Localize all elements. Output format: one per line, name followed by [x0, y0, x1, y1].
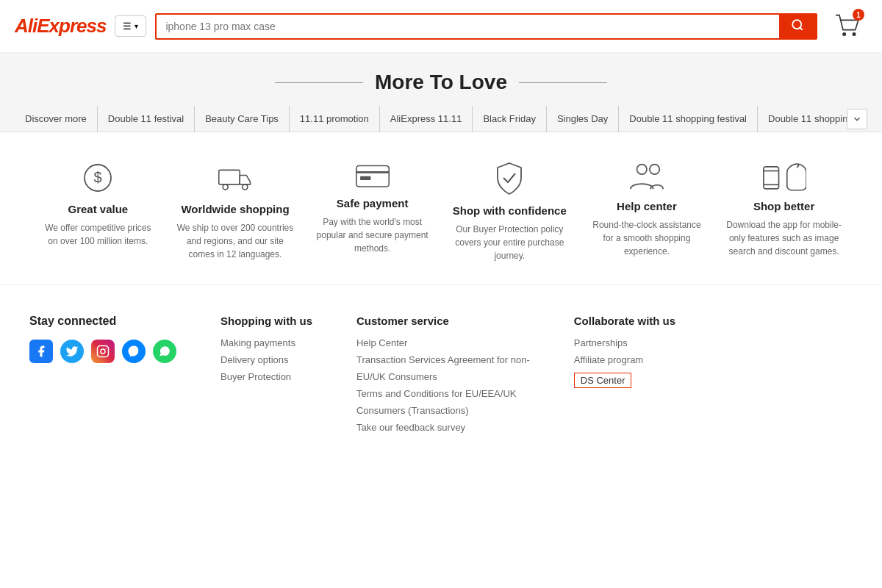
messenger-icon[interactable] [122, 340, 146, 363]
more-to-love-section: More To Love [0, 53, 882, 106]
footer-link-euuk[interactable]: EU/UK Consumers [356, 371, 530, 382]
shield-icon [451, 162, 568, 196]
social-icons-container [29, 340, 176, 363]
stay-connected-title: Stay connected [29, 315, 176, 328]
features-section: $ Great value We offer competitive price… [0, 132, 882, 284]
nav-item-double11[interactable]: Double 11 festival [98, 106, 195, 132]
truck-icon [176, 162, 294, 194]
footer-link-terms[interactable]: Terms and Conditions for EU/EEA/UK [356, 388, 530, 399]
nav-item-discover[interactable]: Discover more [15, 106, 98, 132]
chevron-down-icon [852, 114, 862, 124]
nav-item-double11festival[interactable]: Double 11 shopping festival [619, 106, 758, 132]
cart-button[interactable]: 1 [826, 9, 867, 43]
footer-link-consumers[interactable]: Consumers (Transactions) [356, 405, 530, 416]
svg-rect-11 [360, 176, 370, 180]
search-bar [155, 13, 817, 40]
footer-link-partnerships[interactable]: Partnerships [574, 337, 675, 348]
footer-customer: Customer service Help Center Transaction… [356, 315, 530, 439]
phone-app-icon [725, 162, 843, 191]
nav-chevron-button[interactable] [847, 109, 867, 129]
nav-item-blackfriday[interactable]: Black Friday [473, 106, 547, 132]
feature-safe-payment-desc: Pay with the world's most popular and se… [314, 215, 431, 255]
feature-help-center-title: Help center [588, 200, 706, 212]
feature-shop-confidence: Shop with confidence Our Buyer Protectio… [451, 162, 568, 262]
footer-link-buyer[interactable]: Buyer Protection [220, 371, 312, 382]
feature-shop-better-desc: Download the app for mobile-only feature… [725, 218, 843, 258]
logo[interactable]: AliExpress [15, 15, 106, 37]
feature-safe-payment: Safe payment Pay with the world's most p… [314, 162, 431, 262]
footer-stay-connected: Stay connected [29, 315, 176, 439]
dollar-icon: $ [39, 162, 157, 194]
feature-great-value-desc: We offer competitive prices on over 100 … [39, 221, 157, 248]
feature-safe-payment-title: Safe payment [314, 197, 431, 209]
nav-item-1111promo[interactable]: 11.11 promotion [290, 106, 380, 132]
nav-items-container: Discover more Double 11 festival Beauty … [15, 106, 847, 132]
header: AliExpress ☰ ▾ 1 [0, 0, 882, 53]
feature-shop-confidence-title: Shop with confidence [451, 204, 568, 217]
footer-link-delivery[interactable]: Delivery options [220, 354, 312, 365]
svg-text:$: $ [94, 169, 102, 185]
more-to-love-title: More To Love [375, 71, 507, 94]
feature-help-center: Help center Round-the-clock assistance f… [588, 162, 706, 262]
footer-link-ds-center[interactable]: DS Center [574, 373, 632, 388]
footer-shopping: Shopping with us Making payments Deliver… [220, 315, 312, 439]
twitter-icon[interactable] [60, 340, 84, 363]
menu-dropdown-icon: ▾ [135, 22, 138, 30]
search-input[interactable] [157, 15, 779, 38]
feature-worldwide: Worldwide shopping We ship to over 200 c… [176, 162, 294, 262]
menu-button[interactable]: ☰ ▾ [115, 15, 146, 37]
feature-worldwide-title: Worldwide shopping [176, 203, 294, 215]
collaborate-title: Collaborate with us [574, 315, 675, 327]
svg-line-1 [800, 27, 802, 29]
footer-link-transaction[interactable]: Transaction Services Agreement for non- [356, 354, 530, 365]
shopping-title: Shopping with us [220, 315, 312, 327]
footer-link-payments[interactable]: Making payments [220, 337, 312, 348]
feature-help-center-desc: Round-the-clock assistance for a smooth … [588, 218, 706, 258]
menu-icon: ☰ [123, 21, 132, 32]
facebook-icon[interactable] [29, 340, 53, 363]
footer-link-help[interactable]: Help Center [356, 337, 530, 348]
svg-point-18 [101, 349, 105, 354]
feature-great-value: $ Great value We offer competitive price… [39, 162, 157, 262]
footer-link-affiliate[interactable]: Affiliate program [574, 354, 675, 365]
svg-rect-9 [356, 166, 388, 187]
feature-shop-better-title: Shop better [725, 200, 843, 212]
svg-rect-14 [763, 167, 778, 189]
feature-great-value-title: Great value [39, 203, 157, 215]
instagram-icon[interactable] [91, 340, 115, 363]
feature-shop-better: Shop better Download the app for mobile-… [725, 162, 843, 262]
card-icon [314, 162, 431, 188]
svg-point-8 [243, 184, 248, 190]
svg-point-0 [792, 20, 801, 29]
svg-rect-17 [98, 346, 109, 357]
footer-inner: Stay connected Shopping [29, 315, 853, 439]
cart-badge: 1 [853, 9, 864, 21]
footer-link-feedback[interactable]: Take our feedback survey [356, 422, 530, 433]
svg-point-2 [842, 32, 846, 36]
nav-item-double11deal[interactable]: Double 11 shopping deal [758, 106, 847, 132]
footer: Stay connected Shopping [0, 284, 882, 453]
nav-item-beauty[interactable]: Beauty Care Tips [195, 106, 290, 132]
footer-collaborate: Collaborate with us Partnerships Affilia… [574, 315, 675, 439]
svg-rect-6 [219, 170, 240, 184]
search-button[interactable] [779, 15, 816, 38]
svg-point-7 [223, 184, 228, 190]
nav-item-singlesday[interactable]: Singles Day [547, 106, 619, 132]
search-icon [791, 18, 804, 32]
svg-point-13 [650, 165, 659, 174]
people-icon [588, 162, 706, 191]
feature-shop-confidence-desc: Our Buyer Protection policy covers your … [451, 223, 568, 262]
svg-point-3 [853, 32, 856, 36]
feature-worldwide-desc: We ship to over 200 countries and region… [176, 221, 294, 261]
customer-title: Customer service [356, 315, 530, 327]
category-nav: Discover more Double 11 festival Beauty … [0, 106, 882, 132]
svg-point-12 [637, 165, 646, 174]
svg-point-19 [105, 348, 107, 349]
nav-item-aliexpress1111[interactable]: AliExpress 11.11 [380, 106, 473, 132]
whatsapp-icon[interactable] [153, 340, 176, 363]
